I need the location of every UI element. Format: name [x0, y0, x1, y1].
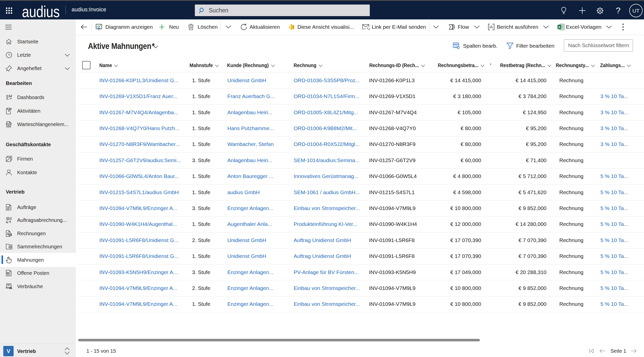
- svg-text:UT: UT: [632, 8, 639, 14]
- svg-text:X: X: [558, 25, 561, 29]
